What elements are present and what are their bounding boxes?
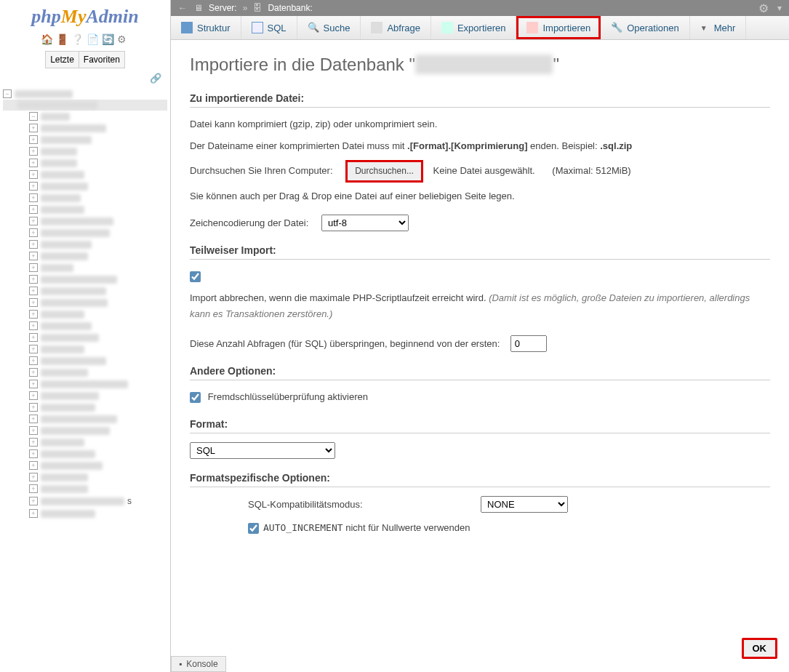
back-icon[interactable]: ← bbox=[178, 3, 187, 13]
minus-icon[interactable]: − bbox=[3, 89, 12, 98]
tree-table[interactable]: + bbox=[3, 285, 167, 297]
sql-icon[interactable]: 📄 bbox=[87, 33, 102, 45]
tree-table[interactable]: + bbox=[3, 122, 167, 134]
tree-table[interactable]: + bbox=[3, 180, 167, 192]
plus-icon[interactable]: + bbox=[29, 426, 38, 435]
tree-table[interactable]: + bbox=[3, 425, 167, 436]
plus-icon[interactable]: + bbox=[29, 298, 38, 307]
tree-table[interactable]: + bbox=[3, 343, 167, 355]
browse-button[interactable]: Durchsuchen... bbox=[345, 160, 423, 182]
plus-icon[interactable]: + bbox=[29, 252, 38, 260]
ok-button[interactable]: OK bbox=[742, 638, 778, 659]
tab-abfrage[interactable]: Abfrage bbox=[361, 16, 431, 39]
plus-icon[interactable]: + bbox=[29, 473, 38, 481]
tree-table[interactable]: + bbox=[3, 413, 167, 425]
tree-table[interactable]: + bbox=[3, 332, 167, 343]
tree-table[interactable]: + bbox=[3, 215, 167, 227]
dropdown-caret-icon[interactable]: ▾ bbox=[777, 3, 782, 13]
tree-table[interactable]: + bbox=[3, 401, 167, 413]
tree-table[interactable]: + bbox=[3, 448, 167, 460]
tree-table[interactable]: + bbox=[3, 355, 167, 367]
tab-exportieren[interactable]: Exportieren bbox=[431, 16, 516, 39]
recent-button[interactable]: Letzte bbox=[45, 51, 79, 68]
plus-icon[interactable]: + bbox=[29, 380, 38, 388]
docs-icon[interactable]: ❔ bbox=[71, 33, 87, 45]
plus-icon[interactable]: + bbox=[29, 415, 38, 423]
collapse-link-icon[interactable]: 🔗 bbox=[0, 70, 170, 87]
logout-icon[interactable]: 🚪 bbox=[56, 33, 71, 45]
tree-table[interactable]: + bbox=[3, 390, 167, 401]
konsole-bar[interactable]: ▪ Konsole bbox=[171, 656, 226, 672]
plus-icon[interactable]: + bbox=[29, 240, 38, 249]
tree-table[interactable]: + bbox=[3, 297, 167, 308]
plus-icon[interactable]: + bbox=[29, 438, 38, 447]
skip-count-input[interactable] bbox=[510, 335, 547, 352]
tree-table[interactable]: + bbox=[3, 204, 167, 215]
encoding-select[interactable]: utf-8 bbox=[321, 215, 409, 231]
minus-icon[interactable]: − bbox=[29, 112, 38, 121]
tree-table[interactable]: + bbox=[3, 367, 167, 378]
tree-table[interactable]: + bbox=[3, 436, 167, 448]
abort-checkbox[interactable] bbox=[190, 271, 201, 282]
plus-icon[interactable]: + bbox=[29, 135, 38, 144]
tab-sql[interactable]: SQL bbox=[241, 16, 297, 39]
tab-suche[interactable]: 🔍Suche bbox=[297, 16, 361, 39]
gear-icon[interactable]: ⚙ bbox=[758, 1, 769, 15]
tab-mehr[interactable]: ▼Mehr bbox=[690, 16, 747, 39]
plus-icon[interactable]: + bbox=[29, 124, 38, 132]
tree-table[interactable]: + bbox=[3, 157, 167, 169]
tree-table[interactable]: + bbox=[3, 460, 167, 471]
plus-icon[interactable]: + bbox=[29, 217, 38, 225]
tree-table[interactable]: + bbox=[3, 169, 167, 180]
tree-table[interactable]: + bbox=[3, 483, 167, 495]
plus-icon[interactable]: + bbox=[29, 275, 38, 284]
plus-icon[interactable]: + bbox=[29, 368, 38, 377]
tree-table[interactable]: + bbox=[3, 273, 167, 285]
home-icon[interactable]: 🏠 bbox=[41, 33, 56, 45]
plus-icon[interactable]: + bbox=[29, 170, 38, 179]
plus-icon[interactable]: + bbox=[29, 345, 38, 353]
plus-icon[interactable]: + bbox=[29, 391, 38, 400]
plus-icon[interactable]: + bbox=[29, 205, 38, 214]
plus-icon[interactable]: + bbox=[29, 484, 38, 493]
tab-importieren[interactable]: Importieren bbox=[516, 16, 601, 39]
plus-icon[interactable]: + bbox=[29, 321, 38, 330]
tree-table[interactable]: + bbox=[3, 471, 167, 483]
settings-icon[interactable]: ⚙ bbox=[117, 33, 129, 45]
tree-table[interactable]: + bbox=[3, 308, 167, 320]
tree-table[interactable]: + bbox=[3, 250, 167, 262]
reload-icon[interactable]: 🔄 bbox=[102, 33, 117, 45]
tree-table[interactable]: + bbox=[3, 378, 167, 390]
plus-icon[interactable]: + bbox=[29, 182, 38, 191]
tree-table[interactable]: + bbox=[3, 192, 167, 204]
tree-table[interactable]: + bbox=[3, 134, 167, 145]
format-select[interactable]: SQL bbox=[190, 442, 335, 459]
tree-table[interactable]: +s bbox=[3, 495, 167, 508]
tree-table[interactable]: + bbox=[3, 320, 167, 332]
tab-operationen[interactable]: 🔧Operationen bbox=[601, 16, 690, 39]
plus-icon[interactable]: + bbox=[29, 333, 38, 342]
plus-icon[interactable]: + bbox=[29, 310, 38, 319]
plus-icon[interactable]: + bbox=[29, 193, 38, 202]
tree-table[interactable]: + bbox=[3, 145, 167, 157]
plus-icon[interactable]: + bbox=[29, 356, 38, 365]
tree-table[interactable]: + bbox=[3, 508, 167, 519]
plus-icon[interactable]: + bbox=[29, 461, 38, 470]
favorites-button[interactable]: Favoriten bbox=[79, 51, 125, 68]
tree-table[interactable]: + bbox=[3, 262, 167, 273]
plus-icon[interactable]: + bbox=[29, 159, 38, 167]
plus-icon[interactable]: + bbox=[29, 497, 38, 505]
tree-database-selected[interactable] bbox=[3, 100, 167, 111]
plus-icon[interactable]: + bbox=[29, 287, 38, 295]
tab-struktur[interactable]: Struktur bbox=[171, 16, 241, 39]
navigation-tree[interactable]: − − + + + + + + + + + + + + + + + + + + … bbox=[0, 87, 170, 672]
tree-table[interactable]: − bbox=[3, 111, 167, 122]
compat-select[interactable]: NONE bbox=[481, 496, 568, 513]
plus-icon[interactable]: + bbox=[29, 147, 38, 156]
autoinc-checkbox[interactable] bbox=[248, 523, 259, 534]
tree-table[interactable]: + bbox=[3, 239, 167, 250]
plus-icon[interactable]: + bbox=[29, 228, 38, 237]
plus-icon[interactable]: + bbox=[29, 263, 38, 272]
plus-icon[interactable]: + bbox=[29, 403, 38, 412]
plus-icon[interactable]: + bbox=[29, 509, 38, 518]
